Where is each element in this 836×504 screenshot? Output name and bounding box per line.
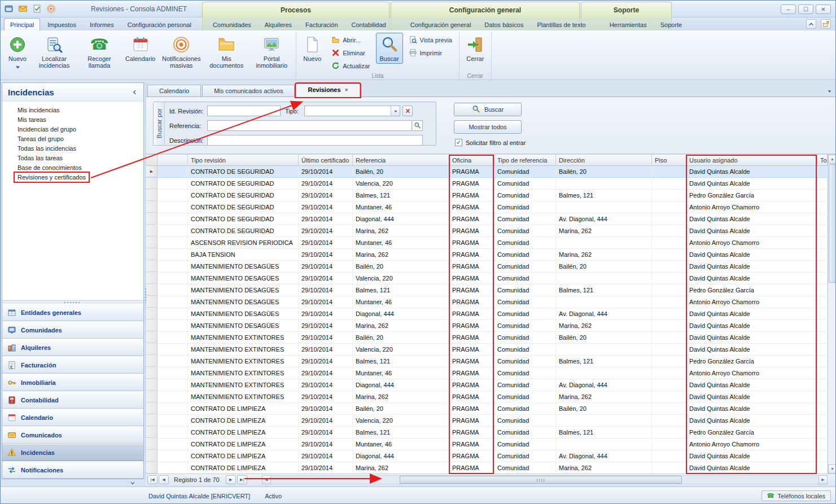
table-row[interactable]: MANTENIMIENTO EXTINTORES29/10/2014Marina… xyxy=(146,391,828,403)
ribbon-tab-herramientas[interactable]: Herramientas xyxy=(603,18,653,30)
cerrar-button[interactable]: Cerrar xyxy=(462,33,489,64)
sidebar-nav-inmobiliaria[interactable]: Inmobiliaria xyxy=(2,374,143,391)
minimize-button[interactable]: – xyxy=(781,5,796,14)
ribbon-tab-configuracion-personal[interactable]: Configuración personal xyxy=(121,18,198,30)
ribbon-collapse-button[interactable] xyxy=(806,19,816,29)
last-record-button[interactable]: ▶| xyxy=(237,475,247,484)
table-row[interactable]: CONTRATO DE SEGURIDAD29/10/2014Muntaner,… xyxy=(146,201,828,213)
sidebar-nav-notificaciones[interactable]: Notificaciones xyxy=(2,461,143,479)
sidebar-item-mis-incidencias[interactable]: Mis incidencias xyxy=(15,106,63,115)
sidebar-item-todas-las-incidencias[interactable]: Todas las incidencias xyxy=(15,144,79,153)
next-record-button[interactable]: ▶ xyxy=(226,475,236,484)
sidebar-nav-comunidades[interactable]: Comunidades xyxy=(2,321,143,339)
imprimir-button[interactable]: Imprimir xyxy=(405,47,456,58)
sidebar-item-incidencias-del-grupo[interactable]: Incidencias del grupo xyxy=(15,125,79,134)
ribbon-tab-alquileres[interactable]: Alquileres xyxy=(259,18,298,30)
sidebar-item-mis-tareas[interactable]: Mis tareas xyxy=(15,115,49,124)
grid-column-header-oficina[interactable]: Oficina xyxy=(449,155,494,165)
solicitar-filtro-checkbox[interactable] xyxy=(455,139,462,146)
ribbon-tab-soporte[interactable]: Soporte xyxy=(654,18,689,30)
mis-documentos-button[interactable]: Mis documentos xyxy=(204,33,248,71)
tipo-combobox[interactable] xyxy=(304,106,400,116)
buscar-button[interactable]: Buscar xyxy=(376,33,403,64)
notificaciones-masivas-button[interactable]: Notificaciones masivas xyxy=(159,33,203,71)
clear-filter-button[interactable] xyxy=(402,106,413,116)
recoger-llamada-button[interactable]: ☎Recoger llamada xyxy=(77,33,121,71)
table-row[interactable]: CONTRATO DE LIMPIEZA29/10/2014Diagonal, … xyxy=(146,450,828,462)
table-row[interactable]: MANTENIMIENTO DESAGÜES29/10/2014Valencia… xyxy=(146,273,828,284)
table-row[interactable]: CONTRATO DE LIMPIEZA29/10/2014Balmes, 12… xyxy=(146,427,828,439)
descripcion-input[interactable] xyxy=(207,135,423,146)
sidebar-nav-facturacion[interactable]: €Facturación xyxy=(2,356,143,374)
table-row[interactable]: MANTENIMIENTO EXTINTORES29/10/2014Muntan… xyxy=(146,367,828,379)
actualizar-button[interactable]: Actualizar xyxy=(328,60,373,71)
telefonos-locales-panel[interactable]: ☎ Teléfonos locales xyxy=(761,490,831,501)
table-row[interactable]: CONTRATO DE SEGURIDAD29/10/2014Marina, 2… xyxy=(146,225,828,237)
referencia-search-icon[interactable] xyxy=(413,120,423,131)
id-revision-input[interactable] xyxy=(207,106,281,116)
sidebar-splitter[interactable] xyxy=(2,300,143,304)
ribbon-tab-facturacion[interactable]: Facturación xyxy=(299,18,344,30)
sidebar-nav-calendario[interactable]: Calendario xyxy=(2,409,143,426)
grid-column-header-direccion[interactable]: Dirección xyxy=(556,155,652,165)
sidebar-nav-alquileres[interactable]: Alquileres xyxy=(2,339,143,356)
table-row[interactable]: MANTENIMIENTO EXTINTORES29/10/2014Balmes… xyxy=(146,356,828,367)
maximize-button[interactable]: ☐ xyxy=(798,5,813,14)
sidebar-item-revisiones-y-certificados[interactable]: Revisiones y certificados xyxy=(15,173,89,182)
tab-list-dropdown-icon[interactable] xyxy=(826,87,833,97)
table-row[interactable]: CONTRATO DE LIMPIEZA29/10/2014Bailén, 20… xyxy=(146,403,828,415)
eliminar-button[interactable]: Eliminar xyxy=(328,47,373,58)
table-row[interactable]: CONTRATO DE LIMPIEZA29/10/2014Marina, 26… xyxy=(146,462,828,474)
sidebar-overflow-chevron-icon[interactable] xyxy=(128,480,137,487)
doc-tab-revisiones[interactable]: Revisiones× xyxy=(296,84,360,97)
mostrar-todos-button[interactable]: Mostrar todos xyxy=(454,120,522,134)
table-row[interactable]: MANTENIMIENTO DESAGÜES29/10/2014Balmes, … xyxy=(146,284,828,296)
localizar-incidencias-button[interactable]: Localizar incidencias xyxy=(32,33,76,71)
table-row[interactable]: CONTRATO DE SEGURIDAD29/10/2014Balmes, 1… xyxy=(146,190,828,201)
ribbon-tab-contabilidad[interactable]: Contabilidad xyxy=(345,18,392,30)
grid-column-header-spacer[interactable] xyxy=(157,155,188,165)
sidebar-collapse-button[interactable] xyxy=(130,87,139,97)
referencia-input[interactable] xyxy=(207,120,412,131)
horizontal-scroll-thumb[interactable] xyxy=(400,476,682,484)
sidebar-item-base-de-conocimientos[interactable]: Base de conocimientos xyxy=(15,163,85,172)
grid-column-header-piso[interactable]: Piso xyxy=(652,155,686,165)
grid-column-header-ultimo-certificado[interactable]: Último certificado xyxy=(299,155,353,165)
sidebar-nav-entidades-generales[interactable]: Entidades generales xyxy=(2,304,143,321)
detach-window-button[interactable] xyxy=(821,19,831,29)
sidebar-item-todas-las-tareas[interactable]: Todas las tareas xyxy=(15,154,65,163)
ribbon-tab-configuracion-general[interactable]: Configuración general xyxy=(404,18,478,30)
hscroll-left-icon[interactable]: ◀ xyxy=(262,475,271,484)
combo-dropdown-icon[interactable] xyxy=(391,106,400,116)
table-row[interactable]: CONTRATO DE LIMPIEZA29/10/2014Valencia, … xyxy=(146,415,828,427)
portal-inmobiliario-button[interactable]: Portal inmobiliario xyxy=(250,33,294,71)
grid-column-header-tot[interactable]: Tot xyxy=(817,155,828,165)
sidebar-item-tareas-del-grupo[interactable]: Tareas del grupo xyxy=(15,134,67,143)
table-row[interactable]: MANTENIMIENTO EXTINTORES29/10/2014Bailén… xyxy=(146,332,828,344)
table-row[interactable]: BAJA TENSION29/10/2014Marina, 262PRAGMAC… xyxy=(146,249,828,261)
doc-tab-calendario[interactable]: Calendario xyxy=(147,85,201,97)
ribbon-tab-impuestos[interactable]: Impuestos xyxy=(41,18,82,30)
ribbon-tab-informes[interactable]: Informes xyxy=(84,18,120,30)
table-row[interactable]: MANTENIMIENTO DESAGÜES29/10/2014Bailén, … xyxy=(146,261,828,273)
ribbon-tab-principal[interactable]: Principal xyxy=(4,18,40,30)
nuevo-button[interactable]: Nuevo xyxy=(299,33,326,64)
table-row[interactable]: MANTENIMIENTO DESAGÜES29/10/2014Marina, … xyxy=(146,320,828,332)
table-row[interactable]: CONTRATO DE SEGURIDAD29/10/2014Diagonal,… xyxy=(146,213,828,225)
close-button[interactable]: ✕ xyxy=(816,5,831,14)
sidebar-nav-incidencias[interactable]: Incidencias xyxy=(2,444,143,461)
horizontal-scrollbar[interactable] xyxy=(271,475,819,484)
grid-column-header-tipo-revision[interactable]: Tipo revisión xyxy=(188,155,299,165)
ribbon-tab-datos-basicos[interactable]: Datos básicos xyxy=(478,18,529,30)
grid-column-header-tipo-de-referencia[interactable]: Tipo de referencia xyxy=(494,155,556,165)
table-row[interactable]: ASCENSOR REVISION PERIODICA29/10/2014Mun… xyxy=(146,237,828,249)
table-row[interactable]: MANTENIMIENTO DESAGÜES29/10/2014Muntaner… xyxy=(146,296,828,308)
scroll-up-icon[interactable]: ▲ xyxy=(828,155,836,164)
previous-record-button[interactable]: ◀ xyxy=(159,475,169,484)
grid-column-header-referencia[interactable]: Referencia xyxy=(353,155,449,165)
calendario-button[interactable]: Calendario xyxy=(122,33,158,64)
table-row[interactable]: MANTENIMIENTO EXTINTORES29/10/2014Diagon… xyxy=(146,379,828,391)
doc-tab-mis-comunicados-activos[interactable]: Mis comunicados activos xyxy=(202,85,295,97)
vertical-scrollbar[interactable]: ▲ ▼ xyxy=(828,155,836,474)
first-record-button[interactable]: |◀ xyxy=(147,475,157,484)
